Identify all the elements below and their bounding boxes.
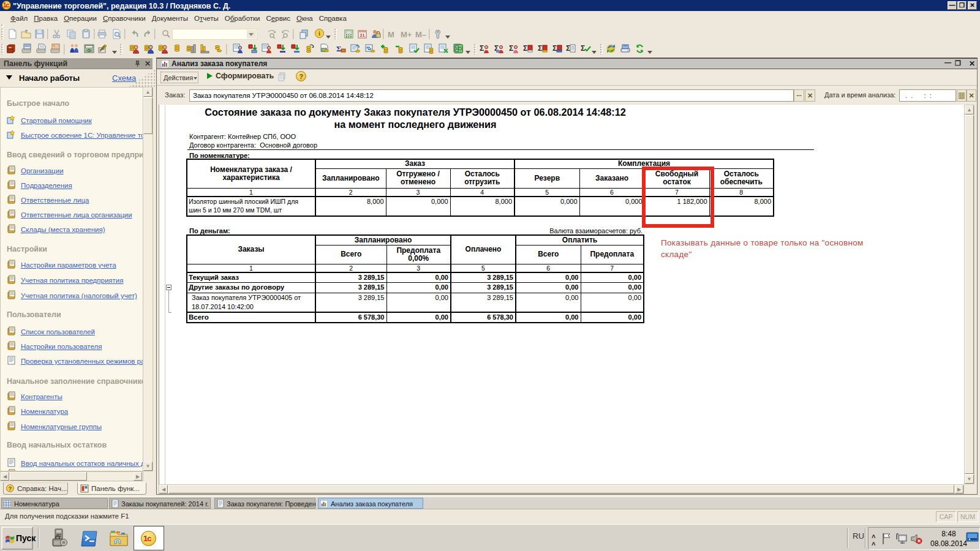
svg-text:Σ: Σ [336,44,342,53]
svg-text:Σ: Σ [509,44,513,53]
svg-text:Σ: Σ [552,44,557,53]
svg-text:Σ: Σ [566,44,570,53]
svg-text:$: $ [88,48,90,52]
svg-text:31: 31 [360,32,364,38]
svg-text:Σ: Σ [538,44,542,53]
svg-text:Σ: Σ [523,44,527,53]
svg-text:Σ: Σ [581,44,585,53]
svg-text:i: i [318,30,320,37]
svg-text:Σ: Σ [480,44,484,53]
